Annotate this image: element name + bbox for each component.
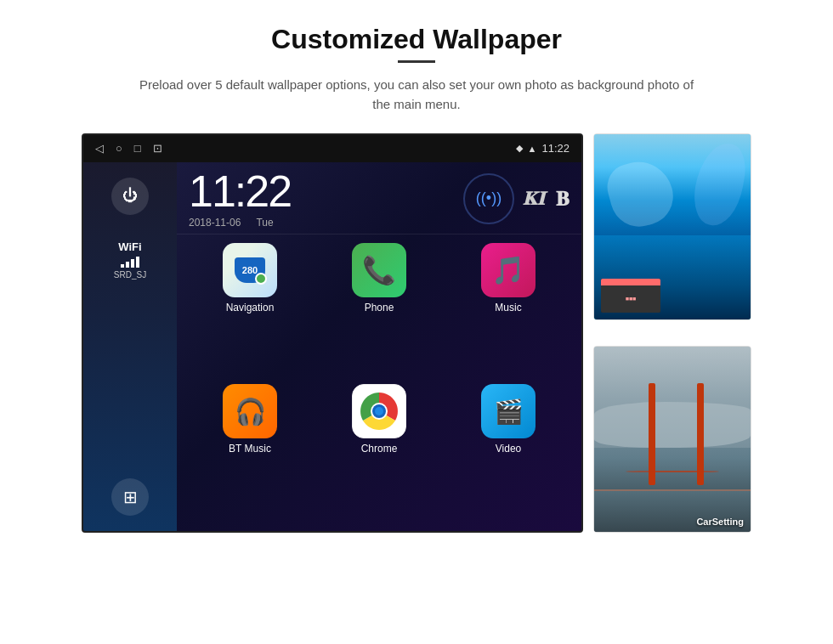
bridge-wallpaper: CarSetting xyxy=(594,347,751,532)
page-title: Customized Wallpaper xyxy=(271,24,562,55)
phone-glyph: 📞 xyxy=(362,254,396,286)
wifi-bar-1 xyxy=(121,264,124,268)
app-grid: 280 Navigation 📞 Phone xyxy=(177,234,581,531)
screen-main: 11:22 2018-11-06 Tue ((•)) 𝐊𝐈 𝐁 xyxy=(177,162,581,531)
content-area: ◁ ○ □ ⊡ ◆ ▲ 11:22 ⏻ xyxy=(51,133,782,533)
music-label: Music xyxy=(495,302,521,314)
chrome-svg xyxy=(359,391,400,432)
phone-icon: 📞 xyxy=(352,243,406,297)
bridge-tower-left xyxy=(649,383,655,485)
clock-date: 2018-11-06 Tue xyxy=(189,217,463,229)
carsetting-label: CarSetting xyxy=(696,517,744,527)
page-subtitle: Preload over 5 default wallpaper options… xyxy=(136,75,697,115)
wallpaper-thumb-ice[interactable]: ■■■ xyxy=(593,133,751,320)
music-icon: 🎵 xyxy=(481,243,536,297)
wifi-bar-4 xyxy=(136,257,139,268)
power-icon: ⏻ xyxy=(122,187,138,205)
sidebar: ⏻ WiFi SRD_SJ ⊞ xyxy=(83,162,177,531)
wifi-media-icon: ((•)) xyxy=(476,189,502,207)
device-mockup: ◁ ○ □ ⊡ ◆ ▲ 11:22 ⏻ xyxy=(82,133,583,533)
nav-dot xyxy=(255,273,267,285)
phone-label: Phone xyxy=(365,302,394,314)
app-item-chrome[interactable]: Chrome xyxy=(316,384,442,523)
overlay-body: ■■■ xyxy=(601,285,660,313)
chrome-icon-bg xyxy=(352,384,406,438)
music-glyph: 🎵 xyxy=(491,254,525,286)
bridge-fog xyxy=(594,402,751,449)
title-divider xyxy=(398,60,435,63)
bt-music-icon: 🎧 xyxy=(223,384,277,438)
status-time: 11:22 xyxy=(541,142,570,155)
clock-area: 11:22 2018-11-06 Tue ((•)) 𝐊𝐈 𝐁 xyxy=(177,162,581,234)
app-item-music[interactable]: 🎵 Music xyxy=(445,243,571,381)
wifi-label: WiFi xyxy=(118,240,141,253)
navigation-label: Navigation xyxy=(226,302,275,314)
video-icon-bg: 🎬 xyxy=(481,384,536,438)
bridge-cable-main xyxy=(626,471,719,472)
clock-time: 11:22 xyxy=(189,169,463,213)
apps-grid-icon: ⊞ xyxy=(123,487,138,507)
small-overlay: ■■■ xyxy=(601,279,660,313)
bridge-tower-right xyxy=(697,383,704,485)
power-button[interactable]: ⏻ xyxy=(111,178,149,215)
app-item-video[interactable]: 🎬 Video xyxy=(445,384,571,523)
navigation-icon: 280 xyxy=(223,243,277,297)
chrome-label: Chrome xyxy=(361,443,398,455)
wifi-widget: WiFi SRD_SJ xyxy=(114,240,146,280)
ki-icon: 𝐊𝐈 xyxy=(523,188,544,210)
status-right: ◆ ▲ 11:22 xyxy=(516,142,570,155)
status-bar: ◁ ○ □ ⊡ ◆ ▲ 11:22 xyxy=(83,135,581,162)
svg-point-3 xyxy=(375,407,383,415)
clock-section: 11:22 2018-11-06 Tue xyxy=(189,169,463,229)
apps-grid-button[interactable]: ⊞ xyxy=(111,478,149,516)
back-arrow-icon[interactable]: ◁ xyxy=(95,142,104,155)
overlay-content: ■■■ xyxy=(626,296,637,302)
nav-shield: 280 xyxy=(235,257,265,283)
media-ring-widget: ((•)) xyxy=(463,173,514,224)
clock-day-value: Tue xyxy=(256,217,273,229)
wifi-signal-icon: ▲ xyxy=(528,144,537,154)
wifi-bar-3 xyxy=(131,259,134,268)
app-item-navigation[interactable]: 280 Navigation xyxy=(187,243,313,381)
screen-body: ⏻ WiFi SRD_SJ ⊞ xyxy=(83,162,581,531)
wifi-bars xyxy=(121,256,139,268)
status-left: ◁ ○ □ ⊡ xyxy=(95,142,162,155)
wifi-ssid: SRD_SJ xyxy=(114,270,146,280)
recent-apps-icon[interactable]: □ xyxy=(134,142,141,155)
video-glyph: 🎬 xyxy=(494,398,524,426)
wallpaper-thumb-bridge[interactable]: CarSetting xyxy=(593,346,751,533)
clock-date-value: 2018-11-06 xyxy=(189,217,241,229)
location-icon: ◆ xyxy=(516,143,523,154)
bluetooth-headphone-glyph: 🎧 xyxy=(235,397,266,427)
screenshot-icon[interactable]: ⊡ xyxy=(153,142,162,155)
home-circle-icon[interactable]: ○ xyxy=(116,142,122,155)
app-item-btmusic[interactable]: 🎧 BT Music xyxy=(187,384,313,523)
ice-wallpaper: ■■■ xyxy=(594,134,751,319)
video-label: Video xyxy=(496,443,521,455)
app-item-phone[interactable]: 📞 Phone xyxy=(316,243,442,381)
b-icon: 𝐁 xyxy=(556,187,570,211)
overlay-bar xyxy=(601,279,660,285)
btmusic-label: BT Music xyxy=(229,443,271,455)
wifi-bar-2 xyxy=(126,262,129,268)
wallpaper-stack: ■■■ xyxy=(581,133,751,533)
